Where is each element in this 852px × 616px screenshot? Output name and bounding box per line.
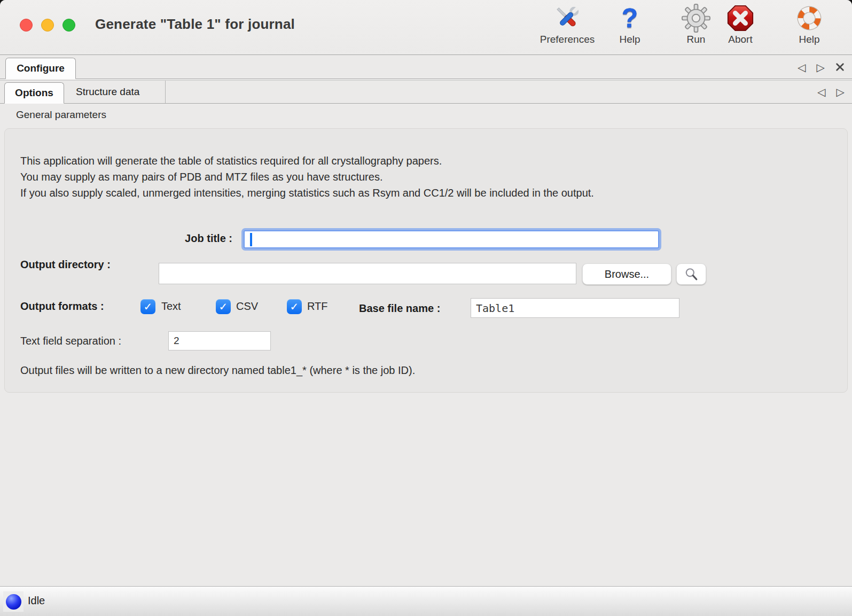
check-icon: ✓: [219, 300, 228, 313]
checkbox-rtf-label: RTF: [307, 300, 328, 313]
checkbox-text[interactable]: ✓: [140, 299, 155, 314]
output-note: Output files will be written to a new di…: [20, 364, 415, 377]
section-title: General parameters: [16, 109, 106, 121]
text-field-separation-input[interactable]: [168, 331, 271, 350]
help-button[interactable]: ? Help: [593, 3, 666, 52]
status-orb-icon: [6, 594, 21, 610]
text-caret: [250, 233, 252, 246]
job-title-field[interactable]: [244, 230, 659, 248]
browse-button[interactable]: Browse...: [582, 263, 671, 285]
zoom-window-button[interactable]: [62, 19, 75, 32]
minimize-window-button[interactable]: [41, 19, 54, 32]
checkbox-rtf[interactable]: ✓: [287, 299, 302, 314]
sub-tab-scroll-right-button[interactable]: ▷: [837, 87, 845, 97]
app-window: Generate "Table 1" for journal Preferenc…: [0, 0, 852, 616]
tools-icon: [552, 3, 582, 33]
description-line-1: This application will generate the table…: [20, 155, 442, 167]
sub-tab-scroll-left-button[interactable]: ◁: [817, 87, 825, 97]
help2-button[interactable]: Help: [773, 3, 846, 52]
output-formats-label: Output formats :: [20, 300, 104, 313]
question-icon: ?: [615, 3, 645, 33]
sub-tab-bar-controls: ◁ ▷: [817, 81, 845, 103]
close-icon: [835, 63, 845, 72]
abort-icon: [725, 3, 755, 33]
check-icon: ✓: [144, 300, 153, 313]
base-file-name-input[interactable]: [471, 298, 679, 318]
search-icon: [684, 267, 698, 281]
tab-close-button[interactable]: [835, 63, 845, 72]
status-text: Idle: [28, 595, 45, 607]
description-line-2: You may supply as many pairs of PDB and …: [20, 171, 382, 183]
tab-options[interactable]: Options: [4, 82, 64, 104]
job-title-label: Job title :: [134, 232, 232, 245]
abort-button[interactable]: Abort: [704, 3, 777, 52]
status-indicator: [3, 591, 24, 612]
checkbox-csv[interactable]: ✓: [216, 299, 231, 314]
tab-structure-data[interactable]: Structure data: [64, 81, 166, 103]
job-title-input[interactable]: [245, 231, 658, 247]
general-parameters-panel: [4, 128, 848, 393]
base-file-name-label: Base file name :: [359, 302, 440, 315]
preferences-button[interactable]: Preferences: [531, 3, 604, 52]
output-directory-input[interactable]: [159, 263, 576, 284]
sub-tab-bar: Options Structure data ◁ ▷: [0, 80, 852, 104]
window-title: Generate "Table 1" for journal: [95, 16, 295, 33]
traffic-lights: [20, 19, 75, 32]
lifebuoy-icon: [794, 3, 824, 33]
tab-configure[interactable]: Configure: [5, 58, 76, 79]
checkbox-csv-label: CSV: [236, 300, 258, 313]
tab-bar-controls: ◁ ▷: [798, 56, 845, 79]
status-bar: Idle: [0, 586, 852, 616]
tab-scroll-right-button[interactable]: ▷: [817, 62, 825, 73]
check-icon: ✓: [290, 300, 299, 313]
directory-search-button[interactable]: [676, 263, 706, 285]
description-line-3: If you also supply scaled, unmerged inte…: [20, 187, 594, 199]
text-field-separation-label: Text field separation :: [20, 335, 121, 347]
output-directory-label: Output directory :: [20, 259, 111, 271]
checkbox-text-label: Text: [161, 300, 181, 313]
notebook-tab-bar: Configure ◁ ▷: [0, 56, 852, 79]
tab-scroll-left-button[interactable]: ◁: [798, 62, 806, 73]
title-bar: Generate "Table 1" for journal Preferenc…: [0, 0, 852, 55]
close-window-button[interactable]: [20, 19, 33, 32]
